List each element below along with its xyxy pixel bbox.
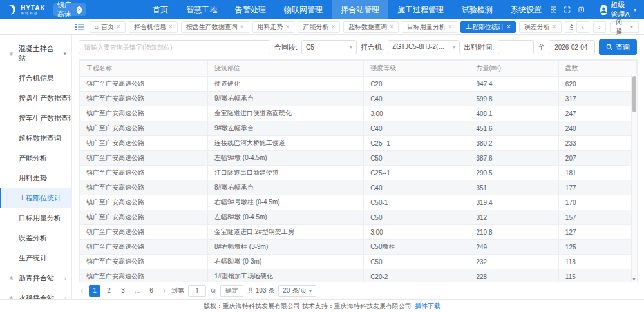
clear-icon[interactable]: × — [77, 6, 82, 14]
table-cell: C25--1 — [364, 136, 469, 151]
search-icon — [606, 44, 612, 50]
table-cell: 228 — [469, 269, 558, 283]
tab-item[interactable]: 目标用量分析× — [402, 21, 457, 33]
tabs-scroll-right-button[interactable]: › — [593, 21, 606, 33]
close-tab-icon[interactable]: × — [553, 24, 556, 30]
table-cell: 317 — [558, 92, 636, 106]
table-cell: 便道硬化 — [207, 77, 363, 92]
tab-item[interactable]: 误差分析× — [519, 21, 562, 33]
keyword-search-input[interactable] — [79, 40, 270, 54]
navbar-menu-item[interactable]: 告警处理 — [226, 0, 275, 19]
table-row[interactable]: 镇广至广安高速公路8#右幅墩柱 (3-9m)C50墩柱249125 — [80, 240, 637, 255]
navbar-menu-item[interactable]: 试验检测 — [453, 0, 502, 19]
table-row[interactable]: 镇广至广安高速公路1#型钢加工场地硬化C20-2228115 — [80, 269, 637, 283]
sidebar-group[interactable]: ✳混凝土拌合站▾ — [0, 39, 71, 68]
table-cell: 镇广至广安高速公路 — [80, 225, 208, 240]
tab-item[interactable]: ⌂首页× — [90, 21, 126, 33]
column-header: 工程名称 — [80, 61, 208, 77]
date-from-input[interactable] — [498, 40, 534, 54]
navbar-menu-item[interactable]: 拌合站管理 — [332, 0, 388, 19]
table-cell: 左幅9#墩 (0-4.5m) — [207, 151, 363, 166]
sidebar-item[interactable]: 按盘生产数据查询 — [0, 88, 71, 108]
sidebar-group[interactable]: ✳水稳拌合站› — [0, 288, 71, 299]
navbar-menu-item[interactable]: 智慧工地 — [177, 0, 226, 19]
table-row[interactable]: 镇广至广安高速公路金宝隧道进口便道路面硬化3.00408.1247 — [80, 106, 637, 121]
tab-item[interactable]: 用料走势× — [252, 21, 295, 33]
import-box-icon[interactable] — [578, 5, 585, 14]
close-tab-icon[interactable]: × — [240, 24, 244, 30]
page-number[interactable]: 6 — [146, 285, 157, 297]
page-number[interactable]: 3 — [117, 285, 129, 297]
navbar-menu-item[interactable]: 首页 — [144, 0, 177, 19]
close-tab-icon[interactable]: × — [286, 24, 290, 30]
sidebar-item[interactable]: 产能分析 — [0, 148, 71, 168]
tab-item[interactable]: 按盘生产数据查询× — [181, 21, 249, 33]
table-row[interactable]: 镇广至广安高速公路左幅9#墩 (0-4.5m)C50387.6207 — [80, 151, 637, 166]
contract-select[interactable]: C5 ▾ — [301, 40, 357, 54]
filter-bar: 合同段: C5 ▾ 拌合机: ZGTJC5-8HJ-2(已拆) ▾ 出料时间: … — [72, 35, 644, 59]
table-row[interactable]: 镇广至广安高速公路9#墩右幅承台C40599.8317 — [80, 92, 637, 106]
table-row[interactable]: 镇广至广安高速公路连接线巴河大桥施工便道C25--1380.2233 — [80, 136, 637, 151]
close-tab-icon[interactable]: × — [169, 24, 173, 30]
mixer-select[interactable]: ZGTJC5-8HJ-2(已拆) ▾ — [388, 40, 460, 54]
close-tab-icon[interactable]: × — [390, 24, 393, 30]
table-row[interactable]: 镇广至广安高速公路右幅9#号墩柱 (0-4.5m)C50-1319.4170 — [80, 195, 637, 210]
grid-apps-icon[interactable] — [551, 5, 557, 14]
prev-page-button[interactable]: ‹ — [79, 286, 85, 295]
next-page-button[interactable]: › — [161, 286, 167, 295]
navbar-menu-item[interactable]: 施工过程管理 — [388, 0, 453, 19]
scrollbar-down-arrow-icon[interactable]: ▼ — [632, 277, 636, 282]
mixer-label: 拌合机: — [361, 43, 384, 52]
table-row[interactable]: 镇广至广安高速公路8#墩右幅承台C40351177 — [80, 180, 637, 195]
table-row[interactable]: 镇广至广安高速公路左幅8#墩 (0-4.5m)C50312157 — [80, 210, 637, 225]
table-row[interactable]: 镇广至广安高速公路便道硬化C20947.4620 — [80, 77, 637, 92]
close-tab-icon[interactable]: × — [117, 24, 120, 30]
sidebar-item[interactable]: 超标数据查询 — [0, 128, 71, 148]
tab-item[interactable]: 拌合机信息× — [129, 21, 178, 33]
sidebar-item[interactable]: 工程部位统计 — [0, 188, 71, 208]
sidebar-item[interactable]: 按车生产数据查询 — [0, 108, 71, 128]
tab-list-menu-icon[interactable] — [75, 23, 84, 31]
chevron-down-icon: ▾ — [630, 24, 633, 30]
tab-item[interactable]: 生产统计× — [565, 21, 573, 33]
tabs-scroll-left-button[interactable]: ‹ — [576, 21, 589, 33]
table-cell: C40 — [364, 121, 469, 136]
fullscreen-icon[interactable] — [564, 5, 571, 14]
sidebar-item[interactable]: 误差分析 — [0, 228, 71, 248]
navbar-menu-item[interactable]: 物联网管理 — [275, 0, 332, 19]
table-cell: 1#型钢加工场地硬化 — [207, 269, 363, 283]
scrollbar-thumb[interactable] — [632, 76, 636, 112]
goto-confirm-button[interactable]: 确定 — [220, 285, 243, 297]
page-number[interactable]: 2 — [103, 285, 115, 297]
project-select[interactable]: 镇广高速 × — [53, 3, 86, 16]
table-row[interactable]: 镇广至广安高速公路金宝隧道进口,2#型钢架工房3.00210.8127 — [80, 225, 637, 240]
close-tab-icon[interactable]: × — [448, 24, 452, 30]
close-actions-dropdown[interactable]: 关闭操作 ▾ — [610, 21, 639, 33]
table-cell: C50 — [364, 210, 469, 225]
sidebar-group[interactable]: ✳沥青拌合站› — [0, 268, 71, 288]
table-row[interactable]: 镇广至广安高速公路右幅8#墩 (0-3m)C50232118 — [80, 255, 637, 269]
close-tab-icon[interactable]: × — [507, 24, 511, 30]
table-cell: 312 — [469, 210, 558, 225]
tab-item[interactable]: 超标数据查询× — [343, 21, 399, 33]
sidebar-item[interactable]: 生产统计 — [0, 248, 71, 268]
page-number[interactable]: 1 — [89, 285, 100, 297]
date-to-input[interactable] — [549, 40, 595, 54]
table-row[interactable]: 镇广至广安高速公路9#墩左幅承台C40451.6240 — [80, 121, 637, 136]
column-header: 强度等级 — [364, 61, 469, 77]
home-icon: ⌂ — [95, 23, 99, 30]
page-size-select[interactable]: 20 条/页 ▾ — [278, 285, 316, 297]
sidebar-item[interactable]: 用料走势 — [0, 168, 71, 188]
close-tab-icon[interactable]: × — [331, 24, 335, 30]
goto-page-input[interactable] — [188, 285, 206, 297]
table-cell: 左幅8#墩 (0-4.5m) — [207, 210, 363, 225]
plugin-download-link[interactable]: 插件下载 — [415, 302, 440, 311]
vertical-scrollbar[interactable]: ▼ — [631, 74, 637, 282]
sidebar-item[interactable]: 拌合机信息 — [0, 68, 71, 88]
tab-item[interactable]: 产能分析× — [298, 21, 340, 33]
table-row[interactable]: 镇广至广安高速公路江口隧道出口新建便道C25--1290.5181 — [80, 166, 637, 180]
search-button[interactable]: 查询 — [599, 39, 637, 55]
tab-item[interactable]: 工程部位统计× — [460, 21, 516, 33]
sidebar-item[interactable]: 目标用量分析 — [0, 208, 71, 228]
navbar-menu-item[interactable]: 系统设置 — [502, 0, 551, 19]
